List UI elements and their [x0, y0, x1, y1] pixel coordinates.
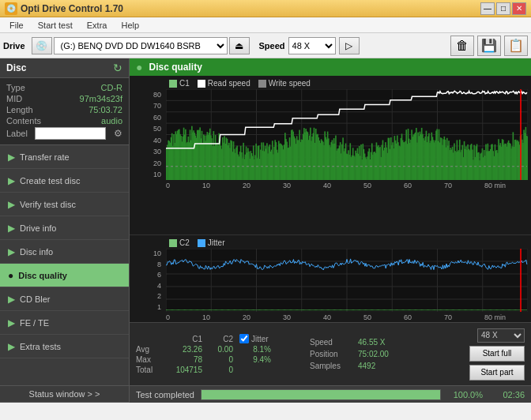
speed-select[interactable]: 48 X	[288, 37, 336, 54]
nav-icon-disc-quality: ●	[8, 270, 13, 281]
disc-quality-icon: ●	[136, 61, 142, 73]
type-label: Type	[6, 83, 25, 92]
x-axis-top: 01020 304050 6070 80 min	[130, 180, 506, 189]
max-c1: 78	[167, 355, 202, 364]
eject-button[interactable]: ⏏	[229, 37, 250, 54]
menu-help[interactable]: Help	[115, 19, 145, 32]
sidebar-item-drive-info[interactable]: ▶ Drive info	[0, 216, 129, 240]
minimize-button[interactable]: —	[480, 2, 495, 15]
save-button[interactable]: 📋	[504, 36, 528, 56]
speed-label: Speed	[310, 338, 353, 347]
sidebar-item-create-test-disc[interactable]: ▶ Create test disc	[0, 169, 129, 193]
y-axis-left-bottom: 10 8 6 4 2 1	[133, 249, 161, 312]
disc-quality-header: ● Disc quality	[130, 58, 531, 76]
erase-button[interactable]: 🗑	[450, 36, 474, 56]
c1-label: C1	[179, 79, 190, 88]
drive-select[interactable]: (G:) BENQ DVD DD DW1640 BSRB	[54, 37, 228, 54]
progress-bar-container: Test completed 100.0% 02:36	[130, 385, 531, 403]
disc-section-title: Disc	[6, 62, 26, 73]
max-jitter: 9.4%	[239, 355, 271, 364]
mid-label: MID	[6, 94, 22, 103]
legend-c2: C2	[169, 238, 190, 247]
mid-value: 97m34s23f	[80, 94, 122, 103]
disc-type-row: Type CD-R	[6, 83, 122, 92]
total-label: Total	[136, 366, 164, 374]
maximize-button[interactable]: □	[496, 2, 510, 15]
menu-bar: File Start test Extra Help	[0, 17, 531, 33]
speed-arrow[interactable]: ▷	[339, 37, 360, 54]
gear-icon[interactable]: ⚙	[114, 128, 122, 139]
c1-col-header: C1	[167, 335, 202, 343]
nav-icon-extra: ▶	[8, 341, 15, 352]
drive-label: Drive	[3, 41, 25, 51]
close-button[interactable]: ✕	[512, 2, 526, 15]
contents-label: Contents	[6, 116, 41, 126]
title-bar: 💿 Opti Drive Control 1.70 — □ ✕	[0, 0, 531, 17]
nav-label-disc-info: Disc info	[20, 247, 53, 257]
menu-file[interactable]: File	[3, 19, 30, 32]
speed-row: Speed 46.55 X	[310, 338, 389, 347]
max-c2: 0	[205, 355, 233, 364]
action-buttons: 48 X Start full Start part	[469, 328, 525, 381]
bottom-chart-canvas	[166, 249, 528, 312]
window-controls: — □ ✕	[480, 2, 526, 15]
jitter-checkbox[interactable]	[239, 334, 249, 343]
app-title: Opti Drive Control 1.70	[21, 3, 123, 14]
nav-icon-cd-bler: ▶	[8, 294, 15, 305]
total-c1: 104715	[167, 366, 202, 374]
write-speed-label: Write speed	[269, 79, 311, 88]
nav-label-transfer: Transfer rate	[20, 152, 70, 162]
position-label: Position	[310, 350, 353, 358]
sidebar-item-verify-test-disc[interactable]: ▶ Verify test disc	[0, 193, 129, 216]
legend-write-speed: Write speed	[258, 79, 311, 88]
menu-extra[interactable]: Extra	[81, 19, 114, 32]
sidebar-item-disc-info[interactable]: ▶ Disc info	[0, 240, 129, 264]
disc-label-row: Label ⚙	[6, 127, 122, 140]
start-full-button[interactable]: Start full	[469, 346, 525, 362]
stats-speed-select[interactable]: 48 X	[477, 328, 525, 343]
burn-button[interactable]: 💾	[477, 36, 501, 56]
avg-label: Avg	[136, 345, 164, 354]
speed-value: 46.55 X	[358, 338, 385, 347]
samples-value: 4492	[358, 362, 375, 370]
nav-label-fe-te: FE / TE	[20, 318, 49, 328]
redline-marker-bottom	[520, 249, 522, 312]
bottom-chart: C2 Jitter 10 8 6 4 2 1	[130, 235, 531, 322]
progress-fill	[201, 390, 440, 399]
nav-label-create: Create test disc	[20, 176, 80, 186]
total-c2: 0	[205, 366, 233, 374]
start-part-button[interactable]: Start part	[469, 365, 525, 381]
stats-table: C1 C2 Jitter Avg 23.26 0.00 8.1% Max	[136, 334, 294, 374]
sidebar-item-disc-quality[interactable]: ● Disc quality	[0, 264, 129, 287]
top-chart-legend: C1 Read speed Write speed	[130, 79, 531, 89]
status-window-button[interactable]: Status window > >	[0, 385, 129, 403]
top-chart: C1 Read speed Write speed 80 70	[130, 76, 531, 235]
nav-label-verify: Verify test disc	[20, 200, 76, 209]
c1-dot	[169, 80, 177, 88]
test-completed-label: Test completed	[136, 390, 194, 399]
nav-icon-create: ▶	[8, 175, 15, 186]
nav-icon-verify: ▶	[8, 199, 15, 210]
sidebar-item-cd-bler[interactable]: ▶ CD Bler	[0, 287, 129, 311]
nav-label-disc-quality: Disc quality	[18, 271, 67, 280]
bottom-chart-legend: C2 Jitter	[130, 238, 531, 249]
jitter-label: Jitter	[208, 238, 225, 247]
c2-label: C2	[179, 238, 190, 247]
nav-label-cd-bler: CD Bler	[20, 294, 51, 304]
menu-start-test[interactable]: Start test	[32, 19, 79, 32]
sidebar-item-extra-tests[interactable]: ▶ Extra tests	[0, 335, 129, 358]
read-speed-dot	[198, 80, 205, 88]
nav-icon-disc-info: ▶	[8, 246, 15, 257]
speed-label: Speed	[259, 41, 285, 51]
refresh-icon[interactable]: ↻	[113, 62, 122, 74]
sidebar-item-transfer-rate[interactable]: ▶ Transfer rate	[0, 145, 129, 169]
jitter-dot	[198, 239, 205, 247]
sidebar-item-fe-te[interactable]: ▶ FE / TE	[0, 311, 129, 335]
length-value: 75:03.72	[88, 105, 122, 114]
x-axis-bottom: 01020 304050 6070 80 min	[130, 312, 506, 321]
nav-icon-fe-te: ▶	[8, 317, 15, 328]
nav-label-extra: Extra tests	[20, 342, 61, 351]
nav-icon-drive: ▶	[8, 223, 15, 234]
disc-label-input[interactable]	[35, 127, 106, 140]
disc-length-row: Length 75:03.72	[6, 105, 122, 114]
